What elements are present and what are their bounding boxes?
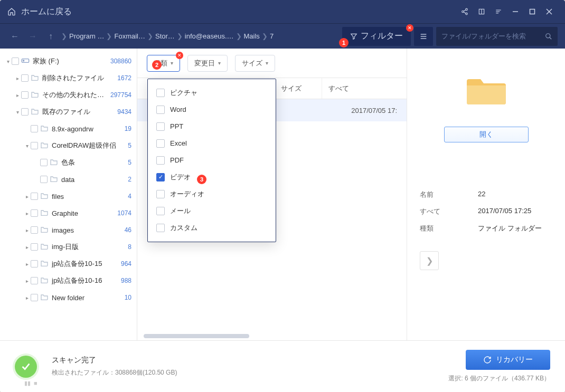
- dropdown-checkbox[interactable]: [156, 207, 165, 215]
- tree-checkbox[interactable]: [31, 125, 38, 132]
- share-button[interactable]: [456, 3, 473, 20]
- tree-checkbox[interactable]: [12, 58, 19, 65]
- dropdown-checkbox[interactable]: [156, 190, 165, 198]
- tree-count: 46: [125, 226, 131, 234]
- forward-button[interactable]: →: [25, 29, 40, 44]
- menu-button[interactable]: [490, 3, 507, 20]
- tree-checkbox[interactable]: [21, 74, 29, 82]
- tree-checkbox[interactable]: [31, 277, 38, 284]
- tree-row[interactable]: ▸Graphite1074: [0, 205, 137, 222]
- tree-row[interactable]: ▸削除されたファイル1672: [0, 70, 137, 87]
- dropdown-checkbox[interactable]: [156, 139, 165, 148]
- dropdown-item[interactable]: PDF: [148, 152, 276, 169]
- tree-checkbox[interactable]: [31, 226, 38, 234]
- tree-row[interactable]: ▾家族 (F:)308860: [0, 53, 137, 70]
- tree-checkbox[interactable]: [21, 91, 29, 99]
- tree-twisty[interactable]: ▸: [23, 209, 31, 217]
- horizontal-scrollbar[interactable]: [144, 334, 249, 338]
- breadcrumb-item[interactable]: Program …: [69, 32, 104, 40]
- up-button[interactable]: ↑: [43, 29, 58, 44]
- tree-row[interactable]: ▸その他の失われたフ…297754: [0, 87, 137, 103]
- dropdown-checkbox[interactable]: ✓: [156, 173, 165, 181]
- tree-twisty[interactable]: ▾: [14, 108, 21, 116]
- tree-twisty[interactable]: ▸: [14, 74, 21, 82]
- tree-checkbox[interactable]: [40, 159, 48, 166]
- tree-checkbox[interactable]: [31, 243, 38, 251]
- tree-row[interactable]: ▾既存のファイル9434: [0, 103, 137, 120]
- filter-button[interactable]: フィルター ✕: [342, 27, 411, 46]
- layout-button[interactable]: [473, 3, 490, 20]
- dropdown-item[interactable]: Word: [148, 101, 276, 118]
- home-button[interactable]: ホームに戻る: [7, 6, 72, 17]
- folder-icon: [40, 276, 49, 286]
- dropdown-item[interactable]: メール: [148, 203, 276, 219]
- search-input[interactable]: [441, 32, 545, 40]
- tree-twisty[interactable]: ▾: [23, 142, 31, 149]
- tree-twisty[interactable]: ▸: [23, 294, 31, 301]
- tree-row[interactable]: ▸jp站点备份10-16988: [0, 272, 137, 289]
- tree-row[interactable]: ▾CorelDRAW超级伴侣5: [0, 137, 137, 154]
- tree-row[interactable]: data2: [0, 171, 137, 188]
- col-size[interactable]: サイズ: [275, 78, 322, 99]
- tree-checkbox[interactable]: [40, 176, 48, 183]
- tree-twisty[interactable]: ▸: [23, 260, 31, 267]
- dropdown-item[interactable]: PPT: [148, 118, 276, 135]
- view-mode-button[interactable]: [414, 27, 433, 46]
- tree-checkbox[interactable]: [31, 142, 38, 149]
- tree-checkbox[interactable]: [31, 193, 38, 200]
- dropdown-item[interactable]: Excel: [148, 135, 276, 152]
- dropdown-checkbox[interactable]: [156, 89, 165, 97]
- tree-twisty[interactable]: ▸: [23, 277, 31, 284]
- dropdown-checkbox[interactable]: [156, 106, 165, 114]
- filter-chip-size[interactable]: サイズ▾: [235, 55, 275, 72]
- dropdown-checkbox[interactable]: [156, 224, 165, 232]
- breadcrumb-item[interactable]: Foxmail…: [114, 32, 145, 40]
- preview-next-button[interactable]: ❯: [420, 251, 439, 270]
- tree-row[interactable]: ▸New folder10: [0, 289, 137, 306]
- chip-type-clear[interactable]: ✕: [176, 52, 183, 59]
- tree-twisty[interactable]: ▸: [23, 193, 31, 200]
- sidebar-tree[interactable]: ▾家族 (F:)308860▸削除されたファイル1672▸その他の失われたフ…2…: [0, 49, 137, 340]
- tree-twisty[interactable]: [33, 159, 40, 166]
- search-box[interactable]: [436, 27, 558, 46]
- open-button[interactable]: 開く: [444, 127, 529, 142]
- tree-checkbox[interactable]: [21, 108, 29, 116]
- dropdown-item[interactable]: カスタム: [148, 219, 276, 236]
- tree-twisty[interactable]: ▾: [4, 58, 12, 65]
- breadcrumb-item[interactable]: 7: [270, 32, 274, 40]
- breadcrumb-item[interactable]: info@easeus.…: [185, 32, 234, 40]
- content: ▾家族 (F:)308860▸削除されたファイル1672▸その他の失われたフ…2…: [0, 49, 565, 340]
- col-date[interactable]: すべて: [322, 78, 407, 99]
- close-button[interactable]: [541, 3, 558, 20]
- breadcrumb-item[interactable]: Mails: [244, 32, 260, 40]
- maximize-button[interactable]: [524, 3, 541, 20]
- tree-row[interactable]: 色条5: [0, 154, 137, 171]
- dropdown-item[interactable]: オーディオ: [148, 186, 276, 203]
- tree-checkbox[interactable]: [31, 294, 38, 301]
- tree-row[interactable]: ▸images46: [0, 222, 137, 238]
- back-button[interactable]: ←: [7, 29, 22, 44]
- tree-checkbox[interactable]: [31, 209, 38, 217]
- pv-type-value: ファイル フォルダー: [478, 224, 542, 233]
- dropdown-checkbox[interactable]: [156, 156, 165, 165]
- tree-twisty[interactable]: [23, 125, 31, 132]
- tree-twisty[interactable]: ▸: [23, 226, 31, 234]
- pause-controls[interactable]: ▮▮ ■: [24, 380, 37, 387]
- tree-twisty[interactable]: ▸: [14, 91, 21, 99]
- tree-twisty[interactable]: [33, 176, 40, 183]
- dropdown-item[interactable]: ピクチャ: [148, 84, 276, 101]
- breadcrumb-item[interactable]: Stor…: [155, 32, 175, 40]
- tree-row[interactable]: ▸files4: [0, 188, 137, 205]
- dropdown-checkbox[interactable]: [156, 122, 165, 131]
- tree-twisty[interactable]: ▸: [23, 243, 31, 251]
- tree-row[interactable]: ▸img-日版8: [0, 238, 137, 255]
- dropdown-label: ビデオ: [170, 173, 191, 182]
- filter-clear-icon[interactable]: ✕: [406, 24, 413, 32]
- recover-button[interactable]: リカバリー: [466, 350, 550, 370]
- tree-row[interactable]: ▸jp站点备份10-15964: [0, 255, 137, 272]
- dropdown-item[interactable]: ✓ビデオ: [148, 169, 276, 186]
- tree-row[interactable]: 8.9x-agondrw19: [0, 120, 137, 137]
- tree-checkbox[interactable]: [31, 260, 38, 267]
- minimize-button[interactable]: [507, 3, 524, 20]
- filter-chip-date[interactable]: 変更日▾: [187, 55, 228, 72]
